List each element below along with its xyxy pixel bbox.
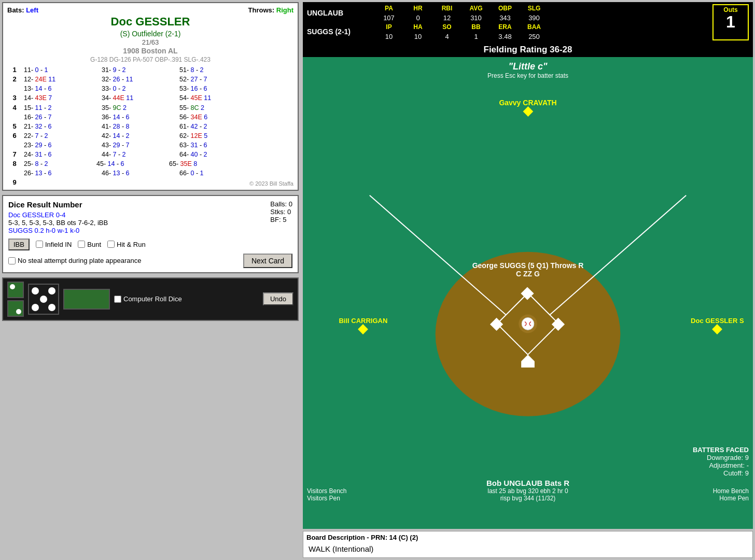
roll-group: 66- 0 - 1 xyxy=(179,169,257,178)
roll-group: 16- 26 - 7 xyxy=(24,113,102,122)
baa-header: BAA xyxy=(527,23,541,31)
roll-group: 65- 35E 8 xyxy=(169,159,242,169)
cravath-diamond xyxy=(523,106,533,117)
dice-dot-top-left xyxy=(10,284,15,289)
dice-green-bottom xyxy=(7,300,24,317)
bunt-checkbox-label[interactable]: Bunt xyxy=(78,241,101,248)
suggs-pitcher: George SUGGS (5 Q1) Throws R C ZZ G xyxy=(472,261,584,278)
balls-label: Balls: xyxy=(270,200,287,208)
undo-button[interactable]: Undo xyxy=(263,292,293,305)
row-label: 2 xyxy=(7,75,22,85)
table-row: 23- 29 - 643- 29 - 763- 31 - 6 xyxy=(7,141,293,150)
pip-5 xyxy=(48,304,55,311)
roll-group: 26- 13 - 6 xyxy=(24,169,102,178)
batter-name: UNGLAUB xyxy=(307,9,380,17)
roll-group: 13- 14 - 6 xyxy=(24,84,102,93)
roll-group: 15- 11 - 2 xyxy=(24,103,102,113)
carrigan-name: Bill CARRIGAN xyxy=(339,317,387,325)
board-desc-title: Board Description - PRN: 14 (C) (2) xyxy=(306,534,749,541)
no-steal-text: No steal attempt during plate appearance xyxy=(18,257,142,264)
dice-green-top xyxy=(7,282,24,298)
rbi-header: RBI xyxy=(442,5,453,12)
five-pip-dice xyxy=(28,284,59,315)
roll-group: 62- 12E 5 xyxy=(179,131,257,141)
row-label: 6 xyxy=(7,131,22,141)
scoreboard: UNGLAUB PA HR RBI AVG OBP SLG 107 0 12 xyxy=(303,2,753,43)
card-table: 111- 0 - 131- 9 - 251- 8 - 2212- 24E 113… xyxy=(7,65,293,178)
table-row: 415- 11 - 235- 9C 255- 8C 2 xyxy=(7,103,293,113)
roll-group: 46- 13 - 6 xyxy=(102,169,179,178)
baa-value: 250 xyxy=(528,33,540,40)
infield-in-label: Infield IN xyxy=(45,241,72,248)
gessler-player: Doc GESSLER S xyxy=(691,317,744,333)
pip-empty-4 xyxy=(40,304,47,311)
gessler-diamond xyxy=(712,324,722,334)
no-steal-checkbox[interactable] xyxy=(8,257,16,264)
player-subtitle: (S) Outfielder (2-1) xyxy=(7,30,293,38)
ibb-button[interactable]: IBB xyxy=(8,239,30,250)
adjustment-value: Adjustment: - xyxy=(693,461,749,469)
pip-empty-2 xyxy=(32,296,39,303)
roll-group: 34- 44E 11 xyxy=(102,93,179,103)
left-panel: Bats: Left Throws: Right Doc GESSLER (S)… xyxy=(0,0,301,560)
roll-group: 33- 0 - 2 xyxy=(102,84,179,93)
bf-value: 5 xyxy=(283,216,286,223)
stks-label: Stks: xyxy=(270,208,285,216)
row-label: 4 xyxy=(7,103,22,113)
scoreboard-left: UNGLAUB PA HR RBI AVG OBP SLG 107 0 12 xyxy=(307,4,708,40)
throws-info: Throws: Right xyxy=(248,6,293,14)
pip-3 xyxy=(40,296,47,303)
hit-run-checkbox-label[interactable]: Hit & Run xyxy=(107,241,146,248)
dice-controls: IBB Infield IN Bunt Hit & Run xyxy=(8,239,292,250)
cutoff-value: Cutoff: 9 xyxy=(693,469,749,477)
pip-4 xyxy=(32,304,39,311)
field-container: "Little c" Press Esc key for batter stat… xyxy=(303,57,753,529)
infield-in-checkbox[interactable] xyxy=(36,241,43,248)
roll-group: 32- 26 - 11 xyxy=(102,75,179,84)
table-row: 521- 32 - 641- 28 - 861- 42 - 2 xyxy=(7,122,293,131)
table-row: 622- 7 - 242- 14 - 262- 12E 5 xyxy=(7,131,293,141)
roll-group: 56- 34E 6 xyxy=(179,113,257,122)
batter-display-line1: last 25 ab bvg 320 ebh 2 hr 0 xyxy=(486,487,569,495)
bats-label: Bats: xyxy=(7,6,24,14)
roll-group: 36- 14 - 6 xyxy=(102,113,179,122)
table-row: 13- 14 - 633- 0 - 253- 16 - 6 xyxy=(7,84,293,93)
roll-group: 54- 45E 11 xyxy=(179,93,257,103)
batter-display-line2: risp bvg 344 (11/32) xyxy=(486,495,569,502)
batters-faced: BATTERS FACED Downgrade: 9 Adjustment: -… xyxy=(693,446,749,477)
home-bench: Home Bench Home Pen xyxy=(713,487,749,502)
roll-group: 52- 27 - 7 xyxy=(179,75,257,84)
so-value: 4 xyxy=(445,33,449,40)
roll-group: 42- 14 - 2 xyxy=(102,131,179,141)
row-label: 3 xyxy=(7,93,22,103)
roll-group: 55- 8C 2 xyxy=(179,103,257,113)
batter-display-name: Bob UNGLAUB Bats R xyxy=(486,479,569,487)
table-row: 111- 0 - 131- 9 - 251- 8 - 2 xyxy=(7,65,293,75)
infield-in-checkbox-label[interactable]: Infield IN xyxy=(36,241,72,248)
player-card: Bats: Left Throws: Right Doc GESSLER (S)… xyxy=(2,2,299,191)
no-steal-label[interactable]: No steal attempt during plate appearance xyxy=(8,257,142,264)
so-header: SO xyxy=(442,23,451,31)
dice-right-stats: Balls: 0 Stks: 0 BF: 5 xyxy=(270,200,292,223)
gessler-field-name: Doc GESSLER S xyxy=(691,317,744,325)
pip-2 xyxy=(48,287,55,295)
suggs-line2: C ZZ G xyxy=(472,270,584,278)
bats-info: Bats: Left xyxy=(7,6,38,14)
computer-roll-control[interactable]: Computer Roll Dice xyxy=(114,295,182,303)
bunt-checkbox[interactable] xyxy=(78,241,85,248)
roll-group: 43- 29 - 7 xyxy=(102,141,179,150)
roll-group: 22- 7 - 2 xyxy=(24,131,102,141)
card-header: Bats: Left Throws: Right xyxy=(7,6,293,14)
computer-roll-checkbox[interactable] xyxy=(114,296,121,303)
roll-group: 44- 7 - 2 xyxy=(102,150,179,159)
row-label: 8 xyxy=(7,159,22,169)
roll-group: 31- 9 - 2 xyxy=(102,65,179,75)
pip-1 xyxy=(32,287,39,295)
next-card-button[interactable]: Next Card xyxy=(243,254,292,268)
cravath-player: Gavvy CRAVATH xyxy=(499,99,556,115)
field-svg xyxy=(303,57,753,529)
bunt-label: Bunt xyxy=(87,241,101,248)
board-desc-content: WALK (Intentional) xyxy=(306,542,749,555)
hit-run-checkbox[interactable] xyxy=(107,241,115,248)
roll-group: 63- 31 - 6 xyxy=(179,141,257,150)
